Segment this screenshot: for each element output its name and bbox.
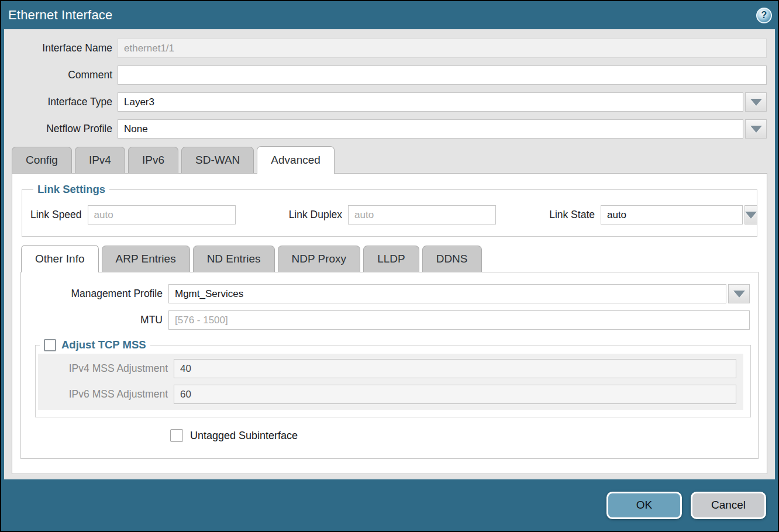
link-settings-fieldset: Link Settings Link Speed Link Duplex Lin… bbox=[22, 183, 757, 237]
link-speed-group: Link Speed bbox=[30, 205, 236, 224]
link-duplex-label: Link Duplex bbox=[289, 209, 348, 221]
ipv6-mss-field bbox=[174, 385, 736, 404]
main-tab-bar: Config IPv4 IPv6 SD-WAN Advanced bbox=[12, 146, 775, 173]
tab-ipv6[interactable]: IPv6 bbox=[128, 147, 178, 173]
management-profile-select bbox=[168, 284, 750, 303]
dialog-title: Ethernet Interface bbox=[8, 8, 112, 23]
chevron-down-icon bbox=[745, 212, 757, 219]
interface-type-dropdown-button[interactable] bbox=[745, 92, 767, 112]
link-duplex-group: Link Duplex bbox=[289, 205, 496, 224]
untagged-subinterface-label: Untagged Subinterface bbox=[190, 430, 298, 442]
netflow-profile-select bbox=[118, 119, 767, 139]
tab-advanced[interactable]: Advanced bbox=[257, 146, 335, 174]
tab-lldp[interactable]: LLDP bbox=[363, 246, 419, 272]
interface-name-field bbox=[118, 39, 767, 58]
interface-type-label: Interface Type bbox=[4, 96, 118, 108]
link-state-select bbox=[601, 205, 749, 224]
netflow-profile-label: Netflow Profile bbox=[4, 123, 118, 135]
mtu-row: MTU bbox=[21, 310, 750, 330]
ipv6-mss-label: IPv6 MSS Adjustment bbox=[38, 388, 174, 400]
link-settings-legend: Link Settings bbox=[33, 183, 109, 196]
link-state-value[interactable] bbox=[601, 205, 743, 224]
management-profile-value[interactable] bbox=[168, 284, 726, 303]
adjust-tcp-mss-checkbox[interactable] bbox=[44, 339, 56, 351]
ipv4-mss-label: IPv4 MSS Adjustment bbox=[38, 362, 174, 375]
cancel-button[interactable]: Cancel bbox=[691, 492, 766, 519]
advanced-tab-panel: Link Settings Link Speed Link Duplex Lin… bbox=[12, 173, 767, 474]
tab-other-info[interactable]: Other Info bbox=[21, 245, 99, 272]
interface-type-row: Interface Type bbox=[4, 92, 767, 112]
sub-tab-bar: Other Info ARP Entries ND Entries NDP Pr… bbox=[21, 245, 759, 272]
chevron-down-icon bbox=[733, 291, 745, 298]
comment-label: Comment bbox=[4, 69, 118, 81]
adjust-tcp-mss-legend-text: Adjust TCP MSS bbox=[61, 338, 146, 351]
netflow-profile-row: Netflow Profile bbox=[4, 119, 767, 139]
link-state-label: Link State bbox=[549, 209, 601, 221]
link-state-dropdown-button[interactable] bbox=[744, 205, 757, 224]
tab-sdwan[interactable]: SD-WAN bbox=[181, 147, 254, 173]
ipv4-mss-field bbox=[174, 359, 736, 378]
comment-row: Comment bbox=[4, 65, 767, 85]
help-icon[interactable]: ? bbox=[756, 8, 772, 23]
tab-arp-entries[interactable]: ARP Entries bbox=[102, 246, 190, 272]
link-speed-label: Link Speed bbox=[30, 209, 88, 221]
tab-ipv4[interactable]: IPv4 bbox=[75, 147, 125, 173]
management-profile-dropdown-button[interactable] bbox=[728, 284, 750, 303]
ipv4-mss-row: IPv4 MSS Adjustment bbox=[38, 359, 736, 378]
netflow-profile-dropdown-button[interactable] bbox=[745, 119, 767, 139]
tab-ndp-proxy[interactable]: NDP Proxy bbox=[278, 246, 361, 272]
link-state-group: Link State bbox=[549, 205, 749, 224]
interface-type-select bbox=[118, 92, 767, 112]
management-profile-row: Management Profile bbox=[21, 284, 750, 303]
tab-ddns[interactable]: DDNS bbox=[422, 246, 482, 272]
chevron-down-icon bbox=[750, 126, 762, 133]
mss-disabled-panel: IPv4 MSS Adjustment IPv6 MSS Adjustment bbox=[38, 354, 743, 410]
link-duplex-field[interactable] bbox=[348, 205, 496, 224]
management-profile-label: Management Profile bbox=[21, 288, 168, 300]
ipv6-mss-row: IPv6 MSS Adjustment bbox=[38, 385, 736, 404]
interface-name-row: Interface Name bbox=[4, 39, 767, 58]
interface-type-value[interactable] bbox=[118, 92, 743, 112]
link-settings-row: Link Speed Link Duplex Link State bbox=[30, 205, 749, 224]
dialog-body: Interface Name Comment Interface Type Ne… bbox=[4, 29, 775, 479]
tab-config[interactable]: Config bbox=[12, 147, 72, 173]
comment-field[interactable] bbox=[118, 65, 767, 85]
ethernet-interface-dialog: Ethernet Interface ? Interface Name Comm… bbox=[0, 0, 779, 532]
adjust-tcp-mss-fieldset: Adjust TCP MSS IPv4 MSS Adjustment IPv6 … bbox=[35, 338, 751, 417]
dialog-footer: OK Cancel bbox=[1, 479, 778, 531]
untagged-subinterface-row: Untagged Subinterface bbox=[170, 429, 758, 442]
chevron-down-icon bbox=[750, 99, 762, 106]
other-info-panel: Management Profile MTU Adjust bbox=[20, 272, 759, 459]
mtu-field[interactable] bbox=[168, 310, 750, 330]
netflow-profile-value[interactable] bbox=[118, 119, 743, 139]
tab-nd-entries[interactable]: ND Entries bbox=[193, 246, 275, 272]
adjust-tcp-mss-legend: Adjust TCP MSS bbox=[40, 338, 150, 351]
untagged-subinterface-checkbox[interactable] bbox=[170, 429, 183, 442]
dialog-titlebar: Ethernet Interface ? bbox=[1, 1, 778, 29]
link-speed-field[interactable] bbox=[88, 205, 236, 224]
mtu-label: MTU bbox=[21, 314, 168, 326]
interface-name-label: Interface Name bbox=[4, 42, 118, 54]
ok-button[interactable]: OK bbox=[606, 492, 682, 519]
